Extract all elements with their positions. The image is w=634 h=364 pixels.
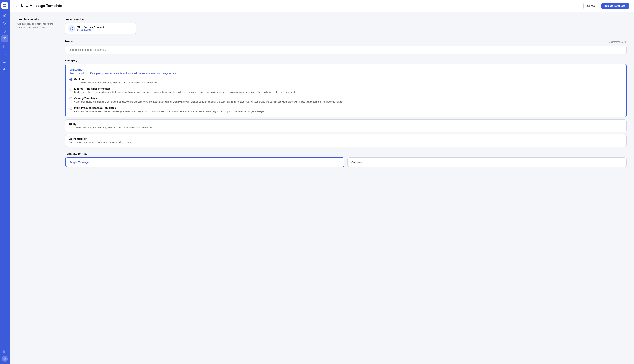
user-avatar[interactable]: U: [2, 356, 8, 362]
format-single-message[interactable]: Single Message: [65, 158, 344, 167]
page-content: Template Details Add category and name f…: [10, 12, 634, 364]
sidebar-item-contacts[interactable]: [1, 58, 8, 66]
main-area: New Message Template Cancel Create Templ…: [10, 0, 634, 364]
page-title: New Message Template: [21, 4, 62, 8]
number-dropdown[interactable]: Shiv Sarthak Connect 918700578936: [65, 23, 136, 34]
right-panel: Select Number Shiv Sarthak Connect 91870…: [65, 18, 626, 167]
radio-custom[interactable]: Custom Send account updates, order updat…: [69, 78, 622, 84]
svg-rect-13: [4, 350, 6, 353]
radio-mpm-desc: MPM templates can be used to open market…: [74, 110, 264, 113]
number-details: Shiv Sarthak Connect 918700578936: [77, 26, 104, 31]
header-left: New Message Template: [15, 4, 62, 8]
radio-catalog-label: Catalog Templates: [74, 97, 343, 100]
back-button[interactable]: [15, 4, 19, 8]
char-count: Characters: 0/512: [609, 41, 626, 43]
template-format-section: Template format Single Message Carousel: [65, 152, 626, 167]
radio-catalog-btn: [69, 97, 72, 100]
radio-limited-time-btn: [69, 88, 72, 90]
svg-rect-3: [5, 6, 6, 7]
sidebar-item-chat[interactable]: [1, 43, 8, 50]
left-panel: Template Details Add category and name f…: [17, 18, 58, 167]
radio-custom-text: Custom Send account updates, order updat…: [74, 78, 159, 84]
format-carousel[interactable]: Carousel: [347, 158, 626, 167]
template-format-label: Template format: [65, 152, 626, 155]
svg-marker-5: [4, 30, 6, 32]
sidebar-item-home[interactable]: [1, 12, 8, 19]
radio-custom-desc: Send account updates, order updates, ale…: [74, 81, 159, 84]
radio-mpm-text: Multi-Product Message Templates MPM temp…: [74, 106, 264, 113]
format-carousel-label: Carousel: [351, 161, 622, 164]
radio-limited-time[interactable]: Limited-Time Offer Templates Limited-tim…: [69, 87, 622, 94]
sidebar-item-campaigns[interactable]: [1, 28, 8, 34]
utility-title: Utility: [69, 122, 623, 126]
category-section: Category Marketing Send promotional offe…: [65, 59, 626, 147]
sidebar: U: [0, 0, 10, 364]
number-name: Shiv Sarthak Connect: [77, 26, 104, 29]
radio-limited-time-desc: Limited-time offer templates allow you t…: [74, 90, 296, 94]
radio-custom-btn: [69, 78, 72, 81]
radio-catalog[interactable]: Catalog Templates Catalog templates are …: [69, 97, 622, 104]
format-cards-container: Single Message Carousel: [65, 158, 626, 167]
radio-custom-label: Custom: [74, 78, 159, 80]
category-authentication-block[interactable]: Authentication Send codes that allow you…: [65, 134, 626, 147]
select-number-section: Select Number Shiv Sarthak Connect 91870…: [65, 18, 626, 34]
sidebar-logo[interactable]: [2, 2, 8, 9]
create-template-button[interactable]: Create Template: [601, 3, 629, 9]
name-label: Name: [65, 40, 73, 42]
category-utility-block[interactable]: Utility Send account updates, order upda…: [65, 120, 626, 132]
category-marketing-block[interactable]: Marketing Send promotional offers, produ…: [65, 64, 626, 117]
authentication-desc: Send codes that allow your customers to …: [69, 141, 623, 144]
sidebar-item-layers[interactable]: [1, 20, 8, 27]
svg-point-6: [5, 38, 5, 38]
sidebar-item-reports[interactable]: [1, 348, 8, 355]
svg-marker-4: [4, 22, 6, 23]
page-header: New Message Template Cancel Create Templ…: [10, 0, 634, 12]
radio-catalog-desc: Catalog templates are marketing template…: [74, 100, 343, 104]
radio-limited-time-label: Limited-Time Offer Templates: [74, 87, 296, 90]
radio-mpm-label: Multi-Product Message Templates: [74, 106, 264, 110]
svg-point-12: [5, 70, 5, 70]
number-info: Shiv Sarthak Connect 918700578936: [68, 25, 104, 32]
utility-desc: Send account updates, order updates, ale…: [69, 126, 623, 129]
name-header-row: Name Characters: 0/512: [65, 40, 626, 44]
template-details-desc: Add category and name for future referen…: [17, 22, 58, 29]
cancel-button[interactable]: Cancel: [583, 3, 599, 9]
header-actions: Cancel Create Template: [583, 3, 629, 9]
marketing-subtitle: Send promotional offers, product announc…: [69, 72, 622, 74]
svg-point-11: [4, 61, 5, 62]
svg-rect-2: [3, 6, 5, 7]
radio-limited-time-text: Limited-Time Offer Templates Limited-tim…: [74, 87, 296, 94]
radio-mpm[interactable]: Multi-Product Message Templates MPM temp…: [69, 106, 622, 113]
chevron-down-icon: [130, 27, 133, 30]
radio-mpm-btn: [69, 107, 72, 110]
select-number-label: Select Number: [65, 18, 626, 21]
category-label: Category: [65, 59, 626, 62]
number-id: 918700578936: [77, 29, 104, 31]
sidebar-item-settings[interactable]: [1, 66, 8, 73]
sidebar-item-broadcasts[interactable]: [1, 35, 8, 42]
whatsapp-icon: [68, 25, 75, 32]
template-name-input[interactable]: [65, 46, 626, 54]
radio-catalog-text: Catalog Templates Catalog templates are …: [74, 97, 343, 104]
sidebar-item-analytics[interactable]: [1, 51, 8, 58]
svg-rect-1: [5, 4, 6, 5]
authentication-title: Authentication: [69, 138, 623, 140]
template-details-title: Template Details: [17, 18, 58, 21]
format-single-label: Single Message: [69, 161, 340, 164]
marketing-title: Marketing: [69, 68, 622, 71]
svg-rect-0: [3, 4, 5, 5]
name-section: Name Characters: 0/512: [65, 40, 626, 54]
